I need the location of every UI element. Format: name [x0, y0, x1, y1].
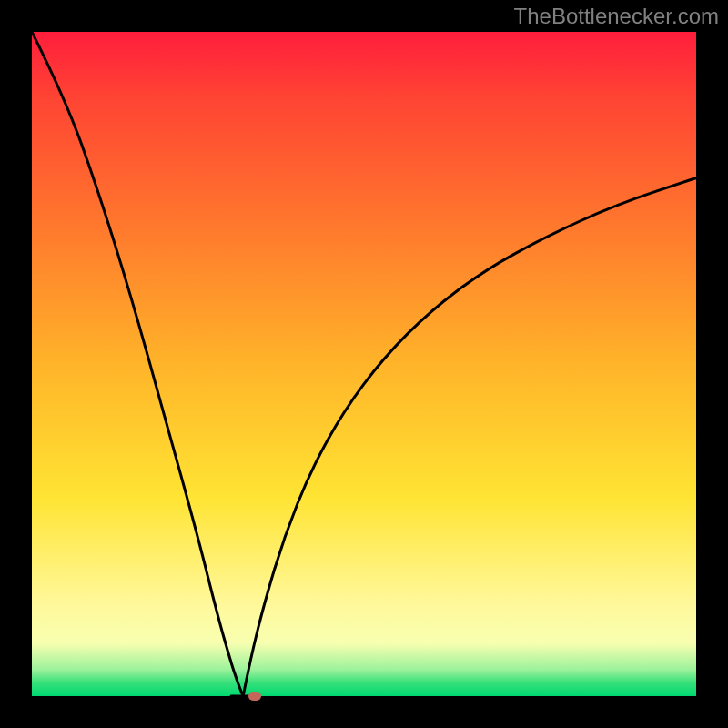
curve-layer [32, 32, 696, 696]
gradient-plot-area [32, 32, 696, 696]
attribution-text: TheBottlenecker.com [514, 4, 719, 29]
bottleneck-marker [248, 692, 261, 701]
chart-frame [0, 0, 728, 728]
bottleneck-curve-right [243, 178, 696, 696]
bottleneck-curve-left [32, 32, 243, 696]
